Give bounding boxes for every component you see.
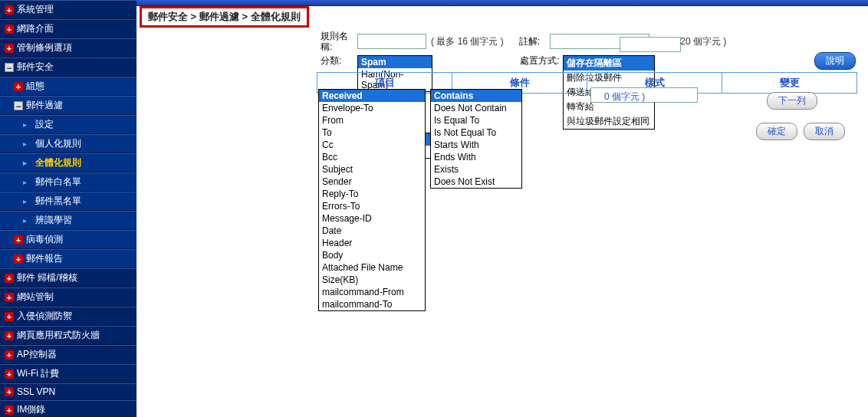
- sidebar-item-3[interactable]: −郵件安全: [0, 57, 136, 77]
- list-item[interactable]: Message-ID: [319, 212, 425, 225]
- sidebar-item-label: 郵件黑名單: [35, 195, 81, 208]
- action-label: 處置方式:: [520, 55, 563, 66]
- item-select[interactable]: ReceivedEnvelope-ToFromToCcBccSubjectSen…: [318, 89, 426, 311]
- sidebar-item-20[interactable]: +SSL VPN: [0, 383, 136, 400]
- plus-icon: +: [5, 274, 14, 283]
- list-item[interactable]: Does Not Contain: [431, 102, 521, 114]
- rule-name-label: 規則名稱:: [321, 31, 357, 52]
- plus-icon: +: [14, 235, 23, 245]
- sidebar-item-15[interactable]: +網站管制: [0, 287, 136, 307]
- sidebar-item-4[interactable]: +組態: [0, 77, 136, 96]
- minus-icon: −: [5, 63, 14, 72]
- sidebar-item-19[interactable]: +Wi-Fi 計費: [0, 364, 136, 383]
- list-item[interactable]: Size(KB): [319, 274, 425, 286]
- list-item[interactable]: Sender: [319, 176, 425, 188]
- plus-icon: +: [5, 369, 14, 379]
- sidebar-item-label: Wi-Fi 計費: [17, 367, 59, 380]
- plus-icon: +: [14, 82, 23, 91]
- class-label: 分類:: [321, 55, 357, 66]
- arrow-icon: ▸: [23, 120, 32, 130]
- list-item[interactable]: mailcommand-To: [319, 298, 425, 310]
- list-item[interactable]: Bcc: [319, 151, 425, 163]
- minus-icon: −: [14, 101, 23, 110]
- list-item[interactable]: Does Not Exist: [431, 176, 521, 188]
- list-item[interactable]: Received: [319, 90, 425, 102]
- list-item[interactable]: Cc: [319, 139, 425, 151]
- sidebar-item-18[interactable]: +AP控制器: [0, 345, 136, 364]
- sidebar-item-7[interactable]: ▸個人化規則: [0, 134, 136, 153]
- sidebar-item-label: SSL VPN: [17, 386, 55, 397]
- sidebar-item-12[interactable]: +病毒偵測: [0, 230, 136, 249]
- list-item[interactable]: Subject: [319, 163, 425, 176]
- arrow-icon: ▸: [23, 178, 32, 187]
- list-item[interactable]: Spam: [358, 56, 432, 68]
- plus-icon: +: [5, 25, 14, 34]
- action-extra-input[interactable]: [620, 37, 681, 52]
- sidebar-item-5[interactable]: −郵件過濾: [0, 96, 136, 115]
- list-item[interactable]: Attached File Name: [319, 261, 425, 274]
- sidebar-item-8[interactable]: ▸全體化規則: [0, 153, 136, 172]
- rule-name-input[interactable]: [357, 34, 426, 49]
- list-item[interactable]: From: [319, 114, 425, 126]
- sidebar-item-10[interactable]: ▸郵件黑名單: [0, 192, 136, 211]
- sidebar-item-label: 網頁應用程式防火牆: [17, 329, 100, 342]
- sidebar-item-6[interactable]: ▸設定: [0, 115, 136, 134]
- plus-icon: +: [5, 5, 14, 15]
- sidebar-item-label: 管制條例選項: [17, 41, 72, 54]
- list-item[interactable]: mailcommand-From: [319, 286, 425, 298]
- sidebar-item-label: AP控制器: [17, 348, 57, 361]
- sidebar-item-label: 郵件安全: [17, 61, 54, 74]
- list-item[interactable]: Exists: [431, 163, 521, 176]
- sidebar-item-label: 郵件過濾: [26, 99, 63, 112]
- list-item[interactable]: Is Equal To: [431, 114, 521, 126]
- sidebar-item-label: 個人化規則: [35, 137, 81, 150]
- list-item[interactable]: Starts With: [431, 139, 521, 151]
- sidebar-item-label: 病毒偵測: [26, 233, 63, 246]
- sidebar-item-label: 網路介面: [17, 22, 54, 35]
- list-item[interactable]: Is Not Equal To: [431, 126, 521, 139]
- sidebar-item-label: 郵件報告: [26, 252, 63, 265]
- list-item[interactable]: Body: [319, 249, 425, 261]
- list-item[interactable]: To: [319, 126, 425, 139]
- sidebar-item-2[interactable]: +管制條例選項: [0, 38, 136, 57]
- sidebar: +系統管理+網路介面+管制條例選項−郵件安全+組態−郵件過濾▸設定▸個人化規則▸…: [0, 0, 136, 417]
- list-item[interactable]: Ends With: [431, 151, 521, 163]
- sidebar-item-label: 設定: [35, 118, 54, 131]
- plus-icon: +: [5, 331, 14, 340]
- cancel-button[interactable]: 取消: [804, 123, 845, 140]
- sidebar-item-label: 系統管理: [17, 3, 54, 16]
- plus-icon: +: [5, 387, 14, 396]
- list-item[interactable]: Header: [319, 237, 425, 249]
- sidebar-item-16[interactable]: +入侵偵測防禦: [0, 307, 136, 326]
- arrow-icon: ▸: [23, 197, 32, 206]
- list-item[interactable]: Date: [319, 225, 425, 237]
- sidebar-item-label: IM側錄: [17, 403, 45, 416]
- list-item[interactable]: 儲存在隔離區: [564, 56, 654, 71]
- arrow-icon: ▸: [23, 216, 32, 225]
- sidebar-item-17[interactable]: +網頁應用程式防火牆: [0, 326, 136, 345]
- table-header-cell: 變更: [722, 73, 856, 93]
- titlebar: [136, 0, 868, 6]
- ok-button[interactable]: 確定: [756, 123, 797, 140]
- condition-select[interactable]: ContainsDoes Not ContainIs Equal ToIs No…: [430, 89, 522, 189]
- plus-icon: +: [5, 350, 14, 360]
- sidebar-item-1[interactable]: +網路介面: [0, 19, 136, 38]
- help-button[interactable]: 說明: [814, 52, 856, 70]
- sidebar-item-label: 網站管制: [17, 291, 54, 304]
- list-item[interactable]: Envelope-To: [319, 102, 425, 114]
- next-row-button[interactable]: 下一列: [767, 92, 817, 110]
- sidebar-item-0[interactable]: +系統管理: [0, 0, 136, 19]
- sidebar-item-label: 全體化規則: [35, 156, 81, 169]
- sidebar-item-11[interactable]: ▸辨識學習: [0, 211, 136, 230]
- sidebar-item-9[interactable]: ▸郵件白名單: [0, 172, 136, 192]
- plus-icon: +: [5, 293, 14, 302]
- sidebar-item-13[interactable]: +郵件報告: [0, 249, 136, 268]
- sidebar-item-14[interactable]: +郵件 歸檔/稽核: [0, 268, 136, 287]
- sidebar-item-21[interactable]: +IM側錄: [0, 400, 136, 417]
- list-item[interactable]: Contains: [431, 90, 521, 102]
- plus-icon: +: [5, 312, 14, 321]
- plus-icon: +: [14, 254, 23, 264]
- list-item[interactable]: Errors-To: [319, 200, 425, 212]
- list-item[interactable]: 與垃圾郵件設定相同: [564, 114, 654, 129]
- list-item[interactable]: Reply-To: [319, 188, 425, 200]
